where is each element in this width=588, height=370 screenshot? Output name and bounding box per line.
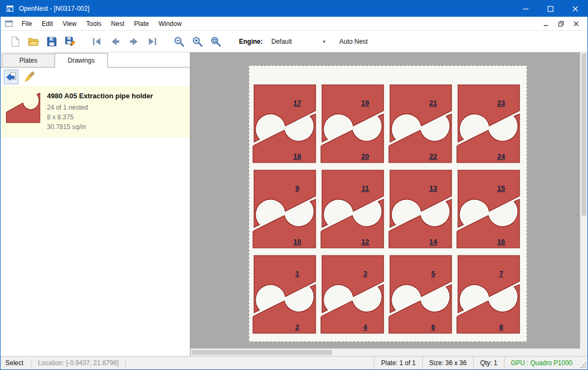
part-number-label: 2 [295, 323, 299, 331]
part-number-label: 19 [361, 99, 369, 107]
minimize-button[interactable] [513, 1, 538, 17]
menu-window[interactable]: Window [154, 17, 187, 30]
menu-tools[interactable]: Tools [81, 17, 106, 30]
save-button[interactable] [43, 33, 61, 50]
save-edit-icon [64, 36, 76, 48]
part-number-label: 14 [429, 238, 437, 246]
resize-grip[interactable] [579, 356, 587, 369]
broom-icon [24, 71, 36, 83]
last-plate-button[interactable] [143, 33, 161, 50]
part-number-label: 18 [293, 152, 301, 160]
part-number-label: 5 [431, 270, 435, 278]
menu-file[interactable]: File [17, 17, 37, 30]
plate-size: Size: 36 x 36 [422, 356, 473, 369]
horizontal-scrollbar-thumb[interactable] [192, 350, 332, 355]
part-number-label: 24 [497, 152, 505, 160]
plate[interactable]: 171819202122232491011121314151612345678 [249, 65, 527, 342]
drawing-nested-count: 24 of 1 nested [47, 103, 153, 112]
drawing-dimensions: 8 x 8.375 [47, 112, 153, 122]
statusbar-separator [125, 359, 126, 367]
drawing-info: 4980 A05 Extraction pipe holder 24 of 1 … [47, 92, 153, 132]
window-controls [513, 1, 587, 17]
next-arrow-icon [128, 36, 140, 48]
part-number-label: 21 [429, 99, 437, 107]
save-icon [46, 36, 58, 48]
part-number-label: 3 [363, 270, 367, 278]
part-number-label: 10 [293, 238, 301, 246]
drawing-area: 30.7815 sq/in [47, 122, 153, 132]
tab-plates[interactable]: Plates [2, 53, 55, 67]
menu-nest[interactable]: Nest [106, 17, 129, 30]
app-icon [6, 4, 15, 13]
save-as-button[interactable] [61, 33, 79, 50]
horizontal-scrollbar[interactable] [190, 348, 580, 356]
previous-plate-button[interactable] [106, 33, 125, 50]
menu-items: FileEditViewToolsNestPlateWindow [17, 17, 187, 30]
title-bar: OpenNest - [N0317-002] [1, 1, 587, 17]
maximize-button[interactable] [538, 1, 563, 17]
first-plate-button[interactable] [88, 33, 106, 50]
cursor-location: Location: [-0.9437, 21.8796] [31, 359, 125, 367]
part-number-label: 12 [361, 238, 369, 246]
mode-indicator: Select [1, 359, 31, 367]
main-toolbar: Engine: Default ▾ Auto Nest [1, 31, 587, 52]
part-number-label: 22 [429, 152, 437, 160]
last-arrow-icon [146, 36, 158, 48]
clean-button[interactable] [22, 70, 37, 84]
menu-view[interactable]: View [58, 17, 81, 30]
part-number-label: 9 [295, 184, 299, 192]
part-number-label: 11 [361, 184, 369, 192]
previous-arrow-icon [110, 36, 121, 48]
menu-bar: FileEditViewToolsNestPlateWindow [1, 17, 587, 31]
next-plate-button[interactable] [125, 33, 143, 50]
vertical-scrollbar[interactable] [580, 52, 587, 348]
new-file-icon [9, 36, 21, 48]
engine-label: Engine: [239, 38, 263, 45]
part-number-label: 13 [429, 184, 437, 192]
part-number-label: 4 [363, 323, 367, 331]
drawings-toolbar [1, 68, 190, 86]
mdi-close-button[interactable] [569, 18, 583, 29]
close-button[interactable] [563, 1, 587, 17]
drawing-list-item[interactable]: 4980 A05 Extraction pipe holder 24 of 1 … [1, 86, 190, 138]
part-number-label: 7 [499, 270, 503, 278]
plate-area: 171819202122232491011121314151612345678 [249, 65, 527, 344]
send-back-button[interactable] [4, 70, 18, 84]
auto-nest-button[interactable]: Auto Nest [339, 38, 368, 45]
menu-edit[interactable]: Edit [37, 17, 58, 30]
drawing-list-empty-area [1, 138, 190, 356]
plate-count: Plate: 1 of 1 [374, 356, 422, 369]
new-file-button[interactable] [6, 33, 24, 50]
zoom-in-icon [192, 36, 203, 48]
plate-qty: Qty: 1 [473, 356, 504, 369]
mdi-controls [539, 18, 587, 29]
zoom-in-button[interactable] [188, 33, 207, 50]
gpu-status: GPU : Quadro P1000 [504, 356, 579, 369]
engine-select[interactable]: Default ▾ [268, 36, 329, 47]
blue-arrow-page-icon [5, 71, 17, 83]
zoom-fit-button[interactable] [207, 33, 225, 50]
first-arrow-icon [91, 36, 103, 48]
window-title: OpenNest - [N0317-002] [19, 5, 90, 12]
document-window-icon [5, 19, 13, 28]
tab-drawings[interactable]: Drawings [54, 53, 108, 68]
vertical-scrollbar-thumb[interactable] [582, 53, 586, 216]
part-number-label: 20 [361, 152, 369, 160]
open-file-button[interactable] [24, 33, 43, 50]
part-number-label: 1 [295, 270, 299, 278]
chevron-down-icon: ▾ [323, 39, 325, 44]
part-number-label: 6 [431, 323, 435, 331]
drawing-title: 4980 A05 Extraction pipe holder [47, 92, 153, 100]
part-number-label: 8 [499, 323, 503, 331]
part-number-label: 23 [497, 99, 505, 107]
status-bar: Select Location: [-0.9437, 21.8796] Plat… [1, 356, 587, 369]
scrollbar-corner [580, 348, 587, 356]
zoom-out-icon [173, 36, 185, 48]
menu-plate[interactable]: Plate [129, 17, 154, 30]
zoom-out-button[interactable] [170, 33, 188, 50]
mdi-restore-button[interactable] [554, 18, 568, 29]
mdi-minimize-button[interactable] [539, 18, 553, 29]
part-thumbnail [6, 92, 40, 123]
nesting-canvas[interactable]: 171819202122232491011121314151612345678 [190, 52, 587, 356]
sidebar-tabs: Plates Drawings [1, 52, 190, 68]
